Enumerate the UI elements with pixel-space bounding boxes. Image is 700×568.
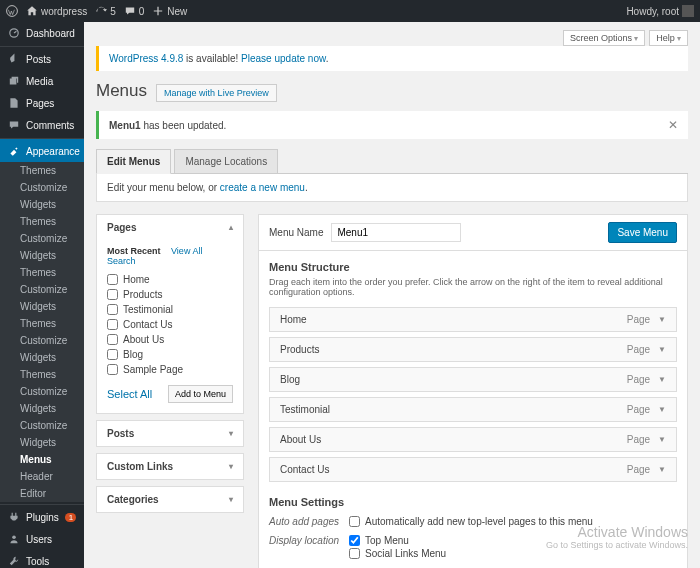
accordion-categories-header[interactable]: Categories — [97, 487, 243, 512]
sidebar-pages[interactable]: Pages — [0, 92, 84, 114]
page-check[interactable]: Blog — [107, 347, 233, 362]
subtab-recent[interactable]: Most Recent — [107, 246, 161, 256]
accordion-posts-header[interactable]: Posts — [97, 421, 243, 446]
sub-item[interactable]: Customize — [0, 417, 84, 434]
subtab-search[interactable]: Search — [107, 256, 136, 266]
menu-item[interactable]: BlogPage▼ — [269, 367, 677, 392]
sidebar-plugins[interactable]: Plugins1 — [0, 504, 84, 528]
tab-manage-locations[interactable]: Manage Locations — [174, 149, 278, 174]
menu-item[interactable]: HomePage▼ — [269, 307, 677, 332]
menu-column: Menu Name Save Menu Menu Structure Drag … — [258, 214, 688, 568]
sub-item[interactable]: Themes — [0, 162, 84, 179]
success-notice: Menu1 has been updated. ✕ — [96, 111, 688, 139]
chevron-down-icon[interactable]: ▼ — [658, 435, 666, 444]
add-to-menu-button[interactable]: Add to Menu — [168, 385, 233, 403]
plugins-badge: 1 — [65, 513, 76, 522]
accordion-categories: Categories — [96, 486, 244, 513]
menu-name-input[interactable] — [331, 223, 461, 242]
display-loc-label: Display location — [269, 535, 349, 561]
sub-item[interactable]: Widgets — [0, 400, 84, 417]
updates-link[interactable]: 5 — [95, 5, 116, 17]
sub-item[interactable]: Customize — [0, 383, 84, 400]
page-checkbox[interactable] — [107, 289, 118, 300]
page-check[interactable]: About Us — [107, 332, 233, 347]
dismiss-icon[interactable]: ✕ — [668, 118, 678, 132]
accordion-column: Pages Most Recent View All Search Home P… — [96, 214, 244, 519]
page-checkbox[interactable] — [107, 364, 118, 375]
save-menu-button-top[interactable]: Save Menu — [608, 222, 677, 243]
update-now-link[interactable]: Please update now — [241, 53, 326, 64]
accordion-pages-header[interactable]: Pages — [97, 215, 243, 240]
sidebar-appearance[interactable]: Appearance — [0, 138, 84, 162]
sub-item[interactable]: Customize — [0, 230, 84, 247]
admin-bar: wordpress 5 0 New Howdy, root — [0, 0, 700, 22]
update-version-link[interactable]: WordPress 4.9.8 — [109, 53, 183, 64]
howdy[interactable]: Howdy, root — [626, 5, 694, 17]
structure-heading: Menu Structure — [269, 261, 677, 273]
edit-hint: Edit your menu below, or create a new me… — [96, 174, 688, 202]
sidebar-comments[interactable]: Comments — [0, 114, 84, 136]
comments-link[interactable]: 0 — [124, 5, 145, 17]
accordion-posts: Posts — [96, 420, 244, 447]
menu-item[interactable]: TestimonialPage▼ — [269, 397, 677, 422]
update-nag: WordPress 4.9.8 is available! Please upd… — [96, 46, 688, 71]
create-menu-link[interactable]: create a new menu — [220, 182, 305, 193]
sub-item[interactable]: Themes — [0, 315, 84, 332]
page-check[interactable]: Contact Us — [107, 317, 233, 332]
new-link[interactable]: New — [152, 5, 187, 17]
page-check[interactable]: Sample Page — [107, 362, 233, 377]
page-checkbox[interactable] — [107, 274, 118, 285]
page-checkbox[interactable] — [107, 334, 118, 345]
chevron-down-icon[interactable]: ▼ — [658, 345, 666, 354]
loc-social-check[interactable]: Social Links Menu — [349, 548, 446, 559]
sidebar-dashboard[interactable]: Dashboard — [0, 22, 84, 44]
loc-top-check[interactable]: Top Menu — [349, 535, 446, 546]
menu-item[interactable]: About UsPage▼ — [269, 427, 677, 452]
auto-add-check[interactable]: Automatically add new top-level pages to… — [349, 516, 593, 527]
sub-item-menus[interactable]: Menus — [0, 451, 84, 468]
sub-item[interactable]: Themes — [0, 213, 84, 230]
menu-settings: Menu Settings Auto add pages Automatical… — [269, 496, 677, 561]
sub-item[interactable]: Widgets — [0, 349, 84, 366]
menu-item[interactable]: Contact UsPage▼ — [269, 457, 677, 482]
page-checkbox[interactable] — [107, 349, 118, 360]
page-checkbox[interactable] — [107, 304, 118, 315]
sub-item[interactable]: Widgets — [0, 247, 84, 264]
help-button[interactable]: Help — [649, 30, 688, 46]
page-check[interactable]: Testimonial — [107, 302, 233, 317]
appearance-submenu: Themes Customize Widgets Themes Customiz… — [0, 162, 84, 502]
sidebar-tools[interactable]: Tools — [0, 550, 84, 568]
sub-item[interactable]: Customize — [0, 332, 84, 349]
chevron-down-icon[interactable]: ▼ — [658, 315, 666, 324]
screen-options-button[interactable]: Screen Options — [563, 30, 645, 46]
tab-edit-menus[interactable]: Edit Menus — [96, 149, 171, 174]
chevron-down-icon[interactable]: ▼ — [658, 375, 666, 384]
site-link[interactable]: wordpress — [26, 5, 87, 17]
live-preview-button[interactable]: Manage with Live Preview — [156, 84, 277, 102]
chevron-down-icon[interactable]: ▼ — [658, 465, 666, 474]
menu-name-label: Menu Name — [269, 227, 323, 238]
page-check[interactable]: Home — [107, 272, 233, 287]
sub-item[interactable]: Customize — [0, 281, 84, 298]
sub-item[interactable]: Widgets — [0, 298, 84, 315]
accordion-custom-header[interactable]: Custom Links — [97, 454, 243, 479]
avatar — [682, 5, 694, 17]
menu-item[interactable]: ProductsPage▼ — [269, 337, 677, 362]
sub-item[interactable]: Themes — [0, 264, 84, 281]
select-all-link[interactable]: Select All — [107, 388, 152, 400]
sub-item[interactable]: Widgets — [0, 434, 84, 451]
subtab-all[interactable]: View All — [171, 246, 202, 256]
sub-item[interactable]: Header — [0, 468, 84, 485]
sidebar-media[interactable]: Media — [0, 70, 84, 92]
sub-item[interactable]: Widgets — [0, 196, 84, 213]
sidebar-posts[interactable]: Posts — [0, 46, 84, 70]
page-checkbox[interactable] — [107, 319, 118, 330]
wp-logo[interactable] — [6, 5, 18, 17]
chevron-down-icon[interactable]: ▼ — [658, 405, 666, 414]
sub-item[interactable]: Editor — [0, 485, 84, 502]
sub-item[interactable]: Themes — [0, 366, 84, 383]
nav-tabs: Edit Menus Manage Locations — [96, 149, 688, 174]
page-check[interactable]: Products — [107, 287, 233, 302]
sub-item[interactable]: Customize — [0, 179, 84, 196]
sidebar-users[interactable]: Users — [0, 528, 84, 550]
